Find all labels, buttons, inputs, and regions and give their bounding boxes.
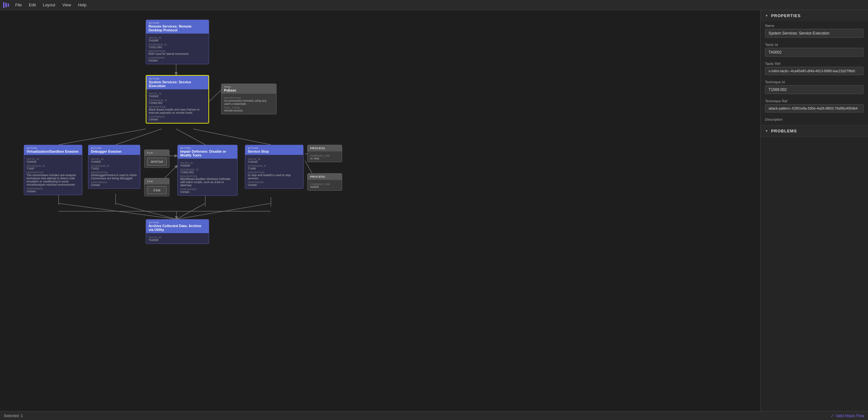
svg-line-3 — [176, 129, 205, 145]
menu-help[interactable]: Help — [77, 2, 88, 8]
node-virt[interactable]: ACTION Virtualization/Sandbox Evasion TA… — [24, 145, 82, 195]
svg-line-10 — [59, 203, 177, 219]
main-area: ACTION Remote Services: Remote Desktop P… — [0, 10, 868, 411]
node-defof-bat[interactable]: FILE defof.bat — [144, 150, 169, 168]
properties-panel: ▼ PROPERTIES Name System Services: Servi… — [760, 10, 868, 411]
svg-line-13 — [177, 203, 271, 219]
menubar: File Edit Layout View Help — [0, 0, 868, 10]
svg-line-2 — [116, 129, 161, 145]
menu-file[interactable]: File — [14, 2, 23, 8]
node-d-bat[interactable]: FILE d.bat — [144, 178, 169, 196]
node-rdp[interactable]: ACTION Remote Services: Remote Desktop P… — [146, 20, 209, 64]
connections-svg — [0, 10, 760, 411]
svg-line-1 — [59, 129, 146, 145]
menu-edit[interactable]: Edit — [28, 2, 37, 8]
statusbar: Selected: 1 ✓ Valid Attack Flow — [0, 411, 868, 420]
svg-line-12 — [177, 203, 205, 219]
field-technique-id: Technique Id T1569.002 — [761, 77, 868, 97]
svg-line-11 — [116, 203, 177, 219]
menu-items: File Edit Layout View Help — [14, 2, 88, 8]
field-description: Description — [761, 115, 868, 125]
svg-line-4 — [193, 129, 271, 145]
node-debugger[interactable]: ACTION Debugger Evasion TACTIC_ID TA0005… — [88, 145, 140, 189]
node-process-1[interactable]: PROCESS COMMAND_LINE sc stop — [307, 145, 342, 162]
menu-view[interactable]: View — [61, 2, 72, 8]
problems-header: ▼ PROBLEMS — [761, 125, 868, 136]
field-tactic-ref: Tactic Ref x-mitre-tactic--4ca45d45-df4d… — [761, 59, 868, 77]
chevron-down-icon-problems: ▼ — [765, 129, 769, 133]
check-icon: ✓ — [831, 414, 834, 418]
chevron-down-icon: ▼ — [765, 14, 769, 18]
problems-section: ▼ PROBLEMS — [761, 125, 868, 137]
field-name: Name System Services: Service Execution — [761, 21, 868, 40]
menu-layout[interactable]: Layout — [41, 2, 56, 8]
node-archive[interactable]: ACTION Archive Collected Data: Archive v… — [146, 219, 209, 244]
canvas-area[interactable]: ACTION Remote Services: Remote Desktop P… — [0, 10, 760, 411]
node-service-stop[interactable]: ACTION Service Stop TACTIC_ID TA0040 TEC… — [245, 145, 304, 189]
field-tactic-id: Tactic Id TA0002 — [761, 40, 868, 59]
properties-section: ▼ PROPERTIES Name System Services: Servi… — [761, 10, 868, 125]
node-psexec[interactable]: TOOL PsExec DESCRIPTION run processes re… — [221, 84, 277, 114]
selected-count: Selected: 1 — [4, 414, 23, 418]
field-technique-ref: Technique Ref attack-pattern--f1951e8a-5… — [761, 97, 868, 115]
properties-header: ▼ PROPERTIES — [761, 10, 868, 21]
node-system-services[interactable]: ACTION System Services: Service Executio… — [146, 75, 209, 124]
node-process-2[interactable]: PROCESS COMMAND_LINE taskkill — [307, 173, 342, 191]
app-logo — [3, 2, 9, 8]
node-impair[interactable]: ACTION Impair Defenses: Disable or Modif… — [177, 145, 238, 196]
valid-flow: ✓ Valid Attack Flow — [831, 414, 864, 418]
